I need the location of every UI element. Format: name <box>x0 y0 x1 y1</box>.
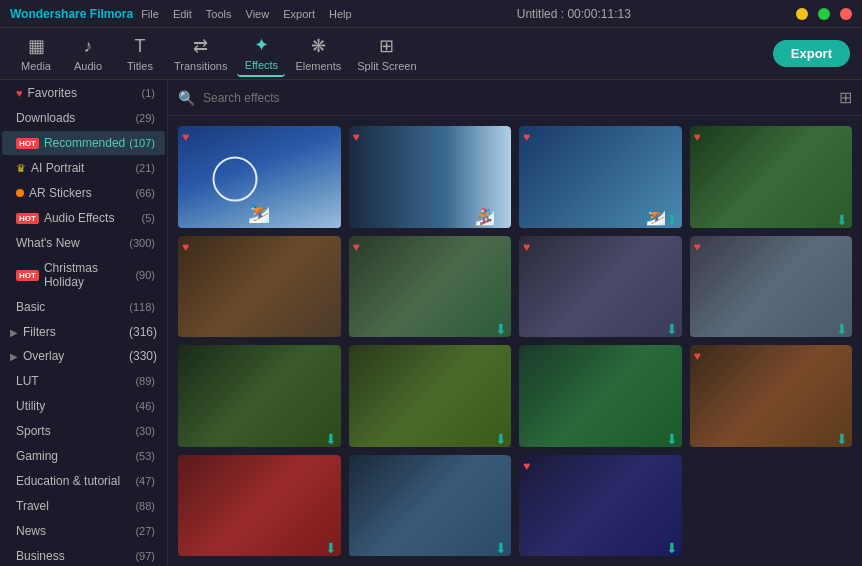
window-title: Untitled : 00:00:11:13 <box>517 7 631 21</box>
sidebar-item-gaming[interactable]: Gaming (53) <box>2 444 165 468</box>
sidebar: ♥ Favorites (1) Downloads (29) HOT Recom… <box>0 80 168 566</box>
heart-icon: ♥ <box>353 130 360 144</box>
close-button[interactable] <box>840 8 852 20</box>
sidebar-item-whats-new[interactable]: What's New (300) <box>2 231 165 255</box>
toolbar: ▦Media♪AudioTTitles⇄Transitions✦Effects❋… <box>0 28 862 80</box>
heart-icon: ♥ <box>694 240 701 254</box>
menu-item-edit[interactable]: Edit <box>173 8 192 20</box>
download-icon: ⬇ <box>495 321 507 337</box>
sidebar-item-recommended[interactable]: HOT Recommended (107) <box>2 131 165 155</box>
download-icon: ⬇ <box>495 540 507 556</box>
heart-icon: ♥ <box>353 240 360 254</box>
effect-thumb-lily3: ⬇ <box>519 345 682 447</box>
search-icon: 🔍 <box>178 90 195 106</box>
effect-card-row3-1[interactable]: ⬇ <box>178 455 341 557</box>
sidebar-item-business[interactable]: Business (97) <box>2 544 165 566</box>
search-input[interactable] <box>203 91 831 105</box>
menu-item-tools[interactable]: Tools <box>206 8 232 20</box>
content-area: 🔍 ⊞ ♥ ⛷️ Magnify ♥ 🏂 Direction blur <box>168 80 862 566</box>
effect-card-row3-2[interactable]: ⬇ <box>349 455 512 557</box>
sidebar-item-news[interactable]: News (27) <box>2 519 165 543</box>
effect-thumb-magnify: ♥ ⛷️ <box>178 126 341 228</box>
titlebar-left: Wondershare Filmora FileEditToolsViewExp… <box>10 7 352 21</box>
menu-item-file[interactable]: File <box>141 8 159 20</box>
export-button[interactable]: Export <box>773 40 850 67</box>
sidebar-item-ar-stickers[interactable]: AR Stickers (66) <box>2 181 165 205</box>
download-icon: ⬇ <box>666 540 678 556</box>
download-icon: ⬇ <box>836 431 848 447</box>
effect-card-wedding1[interactable]: ♥ Beautiful Wedding Pack ... <box>178 236 341 338</box>
effect-thumb-row3-2: ⬇ <box>349 455 512 557</box>
download-icon: ⬇ <box>666 431 678 447</box>
toolbar-item-audio[interactable]: ♪Audio <box>64 32 112 76</box>
effect-thumb-row3-1: ⬇ <box>178 455 341 557</box>
effect-card-lily1[interactable]: ⬇ Lily_of_the_Valley_Pack... <box>178 345 341 447</box>
download-icon: ⬇ <box>666 212 678 228</box>
app-logo: Wondershare Filmora <box>10 7 133 21</box>
toolbar-item-media[interactable]: ▦Media <box>12 31 60 76</box>
menu-item-view[interactable]: View <box>246 8 270 20</box>
effect-thumb-wedding3: ♥ ⬇ <box>519 236 682 338</box>
sidebar-item-basic[interactable]: Basic (118) <box>2 295 165 319</box>
heart-icon: ♥ <box>694 349 701 363</box>
toolbar-item-splitscreen[interactable]: ⊞Split Screen <box>351 31 422 76</box>
effect-card-lily2[interactable]: ⬇ Lily_of_the_Valley_Pack... <box>349 345 512 447</box>
sidebar-item-christmas[interactable]: HOT Christmas Holiday (90) <box>2 256 165 294</box>
sidebar-item-lut[interactable]: LUT (89) <box>2 369 165 393</box>
effect-card-spherize[interactable]: ♥ ⬇ ⛷️ Spherize <box>519 126 682 228</box>
chevron-icon: ▶ <box>10 327 18 338</box>
effect-card-lily3[interactable]: ⬇ Lily_of_the_Valley_Pack... <box>519 345 682 447</box>
maximize-button[interactable] <box>818 8 830 20</box>
sidebar-item-audio-effects[interactable]: HOT Audio Effects (5) <box>2 206 165 230</box>
effect-card-wedding4[interactable]: ♥ ⬇ Beautiful Wedding Pack ... <box>690 236 853 338</box>
heart-icon: ♥ <box>523 459 530 473</box>
effect-thumb-direction-blur: ♥ 🏂 <box>349 126 512 228</box>
effects-grid: ♥ ⛷️ Magnify ♥ 🏂 Direction blur ♥ ⬇ ⛷️ S… <box>168 116 862 566</box>
effect-thumb-wedding1: ♥ <box>178 236 341 338</box>
heart-icon: ♥ <box>523 240 530 254</box>
download-icon: ⬇ <box>666 321 678 337</box>
effect-card-magnify[interactable]: ♥ ⛷️ Magnify <box>178 126 341 228</box>
toolbar-item-transitions[interactable]: ⇄Transitions <box>168 31 233 76</box>
sidebar-item-overlay[interactable]: ▶ Overlay (330) <box>0 344 167 368</box>
effect-card-wedding2[interactable]: ♥ ⬇ Beautiful Wedding Pack ... <box>349 236 512 338</box>
sidebar-item-ai-portrait[interactable]: ♛ AI Portrait (21) <box>2 156 165 180</box>
effect-thumb-row3-3: ♥ ⬇ <box>519 455 682 557</box>
effect-card-row3-3[interactable]: ♥ ⬇ <box>519 455 682 557</box>
effect-card-corporate[interactable]: ♥ ⬇ Modern Corporate Pack ... <box>690 345 853 447</box>
toolbar-item-elements[interactable]: ❋Elements <box>289 31 347 76</box>
sidebar-item-education[interactable]: Education & tutorial (47) <box>2 469 165 493</box>
menu-item-export[interactable]: Export <box>283 8 315 20</box>
elements-icon: ❋ <box>311 35 326 57</box>
transitions-icon: ⇄ <box>193 35 208 57</box>
menu-item-help[interactable]: Help <box>329 8 352 20</box>
effect-card-wedding-floral[interactable]: ♥ ⬇ Wedding Floral Pack Ov... <box>690 126 853 228</box>
toolbar-item-titles[interactable]: TTitles <box>116 32 164 76</box>
download-icon: ⬇ <box>495 431 507 447</box>
sidebar-item-sports[interactable]: Sports (30) <box>2 419 165 443</box>
minimize-button[interactable] <box>796 8 808 20</box>
sidebar-item-utility[interactable]: Utility (46) <box>2 394 165 418</box>
sidebar-item-filters[interactable]: ▶ Filters (316) <box>0 320 167 344</box>
grid-toggle-button[interactable]: ⊞ <box>839 88 852 107</box>
effect-card-direction-blur[interactable]: ♥ 🏂 Direction blur <box>349 126 512 228</box>
splitscreen-icon: ⊞ <box>379 35 394 57</box>
effect-thumb-lily1: ⬇ <box>178 345 341 447</box>
sidebar-item-travel[interactable]: Travel (88) <box>2 494 165 518</box>
titlebar: Wondershare Filmora FileEditToolsViewExp… <box>0 0 862 28</box>
main-area: ♥ Favorites (1) Downloads (29) HOT Recom… <box>0 80 862 566</box>
toolbar-item-effects[interactable]: ✦Effects <box>237 30 285 77</box>
effects-icon: ✦ <box>254 34 269 56</box>
download-icon: ⬇ <box>325 431 337 447</box>
heart-icon: ♥ <box>182 240 189 254</box>
heart-icon: ♥ <box>182 130 189 144</box>
download-icon: ⬇ <box>836 321 848 337</box>
effect-thumb-corporate: ♥ ⬇ <box>690 345 853 447</box>
sidebar-item-downloads[interactable]: Downloads (29) <box>2 106 165 130</box>
window-controls <box>796 8 852 20</box>
search-bar: 🔍 ⊞ <box>168 80 862 116</box>
effect-card-wedding3[interactable]: ♥ ⬇ Beautiful Wedding Pack ... <box>519 236 682 338</box>
download-icon: ⬇ <box>325 540 337 556</box>
sidebar-item-favorites[interactable]: ♥ Favorites (1) <box>2 81 165 105</box>
effect-thumb-wedding2: ♥ ⬇ <box>349 236 512 338</box>
